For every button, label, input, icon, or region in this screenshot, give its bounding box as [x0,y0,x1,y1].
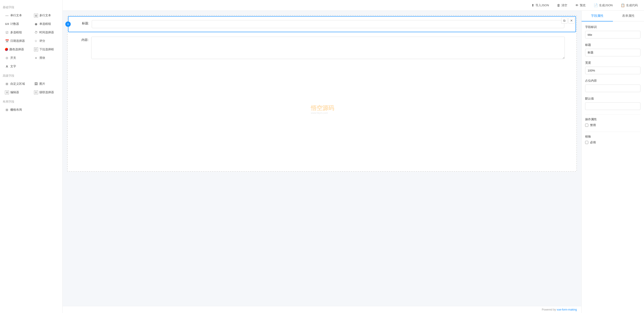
content-field-row[interactable]: 内容: [68,33,576,63]
field-multi-text[interactable]: ▤ 多行文本 [32,12,60,19]
generate-json-button[interactable]: 📄 生成JSON [592,2,614,8]
title-row-actions: ⧉ ✕ [561,17,575,24]
cascader-icon: ⊡ [34,90,38,94]
generate-code-label: 生成代码 [626,3,638,7]
color-picker-label: 颜色选择器 [10,47,24,51]
clear-label: 清空 [562,3,567,7]
advanced-section-title: 高级字段 [3,74,60,78]
field-switch[interactable]: ⊙ 开关 [3,54,31,62]
custom-area-icon: ⊞ [5,82,9,86]
content-field-control [91,37,565,60]
date-picker-label: 日期选择器 [10,39,25,43]
watermark-area: 悟空源码 www.5kym.com [68,64,576,154]
field-grid-layout[interactable]: ⊞ 栅格布局 [3,106,31,114]
divider-1 [585,114,640,115]
checkbox-group-icon: ☑ [5,31,9,34]
field-dropdown[interactable]: ☑ 下拉选择框 [32,46,60,53]
toolbar: ⬆ 导入JSON 🗑 清空 👁 预览 📄 生成JSON 📋 生成代码 [63,0,644,11]
field-image[interactable]: 🖼 图片 [32,80,60,88]
left-sidebar: 基础字段 — 单行文本 ▤ 多行文本 123 计数器 ◉ 单选框组 [0,0,63,313]
title-prop-input[interactable] [585,49,640,56]
basic-fields-grid: — 单行文本 ▤ 多行文本 123 计数器 ◉ 单选框组 ☑ 多选框组 [3,12,60,70]
switch-icon: ⊙ [5,56,9,60]
counter-label: 计数器 [10,22,19,26]
operations-section: 操作属性 禁用 [585,117,640,127]
import-json-button[interactable]: ⬆ 导入JSON [530,2,551,8]
text-icon: A [5,65,9,68]
field-date-picker[interactable]: 📅 日期选择器 [3,37,31,45]
disabled-checkbox[interactable] [585,124,588,127]
default-value-section: 默认值 [585,97,640,110]
advanced-fields-grid: ⊞ 自定义区域 🖼 图片 ⊟ 编辑器 ⊡ 级联选择器 [3,80,60,96]
field-cascader[interactable]: ⊡ 级联选择器 [32,88,60,96]
width-prop-input[interactable] [585,67,640,74]
tab-field-props[interactable]: 字段属性 [582,11,613,21]
vue-form-making-link[interactable]: vue-form-making [557,308,577,311]
field-time-picker[interactable]: ⏱ 时间选择器 [32,29,60,36]
title-field-control [92,20,564,28]
field-rating[interactable]: ☆ 评分 [32,37,60,45]
default-value-input[interactable] [585,102,640,110]
right-panel-tabs: 字段属性 表单属性 [582,11,644,21]
rating-icon: ☆ [34,39,38,43]
required-label: 必填 [590,140,596,144]
placeholder-prop-input[interactable] [585,84,640,92]
checkbox-group-label: 多选框组 [10,30,22,34]
layout-fields-grid: ⊞ 栅格布局 [3,106,60,114]
main-area: + 标题: ⧉ ✕ [63,11,581,313]
field-radio-group[interactable]: ◉ 单选框组 [32,20,60,28]
tab-form-props[interactable]: 表单属性 [613,11,644,21]
content-field-content: 内容: [68,33,576,63]
required-row: 必填 [585,140,640,144]
clear-button[interactable]: 🗑 清空 [555,2,569,8]
add-field-button[interactable]: + [65,21,71,27]
copy-field-button[interactable]: ⧉ [561,17,568,24]
title-field-label: 标题: [74,20,92,25]
multi-text-label: 多行文本 [40,13,51,17]
generate-code-button[interactable]: 📋 生成代码 [619,2,640,8]
grid-layout-label: 栅格布局 [10,108,22,112]
right-panel-content: 字段标识 标题 宽度 占位内容 [582,21,644,313]
switch-label: 开关 [10,56,16,60]
field-color-picker[interactable]: 颜色选择器 [3,46,31,53]
operations-label: 操作属性 [585,117,640,121]
width-prop-label: 宽度 [585,61,640,65]
preview-button[interactable]: 👁 预览 [574,2,588,8]
radio-group-icon: ◉ [34,22,38,26]
counter-icon: 123 [5,22,9,25]
title-field-row[interactable]: + 标题: ⧉ ✕ [68,16,576,32]
dropdown-label: 下拉选择框 [40,47,54,51]
content-textarea[interactable] [91,37,565,59]
validation-section: 校验 必填 [585,135,640,144]
radio-group-label: 单选框组 [40,22,51,26]
time-picker-label: 时间选择器 [40,30,54,34]
time-picker-icon: ⏱ [34,31,38,34]
required-checkbox[interactable] [585,141,588,144]
field-single-text[interactable]: — 单行文本 [3,12,31,19]
field-custom-area[interactable]: ⊞ 自定义区域 [3,80,31,88]
date-picker-icon: 📅 [5,39,9,43]
layout-section-title: 布局字段 [3,100,60,104]
field-id-input[interactable] [585,31,640,38]
custom-area-label: 自定义区域 [10,82,25,86]
import-json-label: 导入JSON [536,3,549,7]
cascader-label: 级联选择器 [40,90,54,94]
text-label: 文字 [10,64,16,68]
single-text-label: 单行文本 [10,13,22,17]
field-slider[interactable]: ≡ 滑块 [32,54,60,62]
field-editor[interactable]: ⊟ 编辑器 [3,88,31,96]
slider-label: 滑块 [40,56,45,60]
preview-label: 预览 [580,3,586,7]
form-canvas: + 标题: ⧉ ✕ [67,15,577,172]
title-input[interactable] [92,20,564,28]
rating-label: 评分 [40,39,45,43]
title-field-content: 标题: [68,16,576,32]
multi-text-icon: ▤ [34,14,38,17]
delete-field-button[interactable]: ✕ [568,17,575,24]
field-checkbox-group[interactable]: ☑ 多选框组 [3,29,31,36]
field-text[interactable]: A 文字 [3,63,31,70]
canvas-container: + 标题: ⧉ ✕ [63,11,581,306]
title-prop-label: 标题 [585,43,640,47]
powered-by-text: Powered by [542,308,556,311]
field-counter[interactable]: 123 计数器 [3,20,31,28]
